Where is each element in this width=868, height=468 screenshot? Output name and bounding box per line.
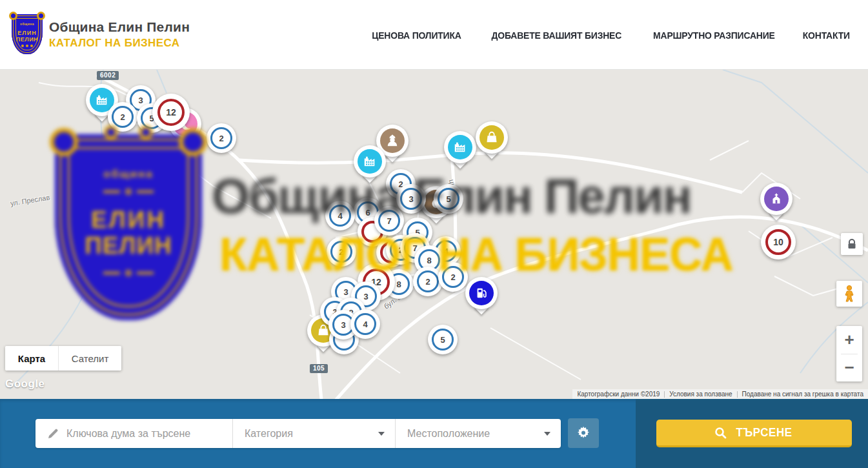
cluster-count: 3: [341, 320, 345, 330]
attribution-terms-link[interactable]: Условия за ползване: [665, 391, 736, 398]
logo-curl-icon: [9, 12, 17, 20]
cluster-count: 4: [338, 211, 342, 221]
cluster-count: 3: [343, 287, 348, 297]
search-field-group: Категория Местоположение: [35, 419, 561, 448]
chevron-down-icon: [378, 432, 385, 436]
cluster-ring: 12: [157, 99, 185, 127]
map-cluster-marker[interactable]: 12: [152, 94, 190, 131]
keyword-field[interactable]: [35, 419, 232, 448]
magnifier-icon: [714, 427, 727, 439]
cluster-count: 3: [138, 96, 143, 105]
lock-button[interactable]: [841, 233, 863, 255]
cluster-ring: 7: [378, 210, 400, 232]
map-cluster-marker[interactable]: 5: [434, 184, 463, 214]
bag-icon: [479, 125, 504, 150]
pencil-icon: [47, 428, 59, 440]
search-button-label: ТЪРСЕНЕ: [736, 426, 792, 440]
map-cluster-marker[interactable]: 5: [428, 325, 458, 354]
cluster-count: 6: [365, 208, 370, 218]
map-cluster-marker[interactable]: 4: [350, 309, 380, 339]
map-pin-marker-factory[interactable]: [444, 131, 476, 163]
brand[interactable]: община ЕЛИН ПЕЛИН Община Елин Пелин КАТА…: [12, 14, 190, 54]
map-pin-marker-fuel[interactable]: [465, 277, 498, 309]
nav-item-bus-schedule[interactable]: МАРШРУТНО РАЗПИСАНИЕ: [653, 30, 775, 41]
nav-item-pricing[interactable]: ЦЕНОВА ПОЛИТИКА: [372, 30, 461, 41]
zoom-out-button[interactable]: −: [836, 354, 862, 382]
cluster-count: 2: [339, 247, 343, 257]
map-type-map-button[interactable]: Карта: [5, 346, 58, 371]
map-cluster-marker[interactable]: 3: [396, 184, 426, 214]
map-cluster-marker[interactable]: 7: [374, 206, 404, 236]
category-select-label: Категория: [245, 428, 293, 440]
map-cluster-marker[interactable]: 10: [761, 225, 796, 259]
cluster-count: 5: [446, 194, 450, 204]
cluster-count: 12: [166, 107, 176, 117]
page: община ЕЛИН ПЕЛИН Община Елин Пелин КАТА…: [0, 0, 868, 468]
cluster-count: 2: [219, 134, 223, 143]
cluster-ring: 2: [442, 266, 464, 288]
map-cluster-marker[interactable]: 2: [438, 262, 468, 292]
zoom-in-button[interactable]: +: [836, 326, 862, 354]
gear-icon: [576, 425, 591, 441]
pegman-icon: [844, 285, 854, 302]
google-logo[interactable]: Google: [5, 378, 45, 391]
cluster-count: 8: [427, 256, 431, 265]
cluster-ring: 4: [329, 205, 351, 227]
logo-text-pelin: ПЕЛИН: [12, 36, 43, 43]
map-type-satellite-button[interactable]: Сателит: [58, 346, 121, 371]
site-subtitle: КАТАЛОГ НА БИЗНЕСА: [49, 37, 190, 50]
municipality-coat-of-arms-logo: община ЕЛИН ПЕЛИН: [12, 14, 43, 54]
cluster-count: 8: [396, 280, 401, 289]
search-input[interactable]: [66, 428, 232, 440]
map-pin-marker-factory[interactable]: [354, 145, 386, 178]
cluster-ring: 5: [432, 329, 454, 351]
main-nav: ЦЕНОВА ПОЛИТИКА ДОБАВЕТЕ ВАШИЯТ БИЗНЕС М…: [368, 0, 852, 70]
cluster-ring: 10: [765, 229, 791, 255]
street-view-pegman-button[interactable]: [836, 281, 862, 307]
map-type-control: Карта Сателит: [5, 346, 121, 371]
cluster-ring: 2: [210, 127, 232, 149]
map-cluster-marker[interactable]: 2: [327, 237, 356, 267]
category-select[interactable]: Категория: [232, 419, 395, 448]
markers-layer: 32512225364752274881222333834510: [0, 70, 868, 399]
location-select-label: Местоположение: [407, 428, 490, 440]
nav-item-contacts[interactable]: КОНТАКТИ: [803, 30, 850, 41]
cluster-ring: 5: [438, 188, 459, 210]
cluster-count: 5: [440, 335, 445, 345]
attribution-copyright: Картографски данни ©2019: [572, 391, 664, 398]
site-title: Община Елин Пелин: [49, 19, 190, 35]
nav-item-add-business[interactable]: ДОБАВЕТЕ ВАШИЯТ БИЗНЕС: [492, 30, 622, 41]
search-submit-button[interactable]: ТЪРСЕНЕ: [656, 420, 852, 447]
cluster-count: 4: [363, 320, 367, 329]
cluster-count: 3: [409, 194, 413, 204]
map-pin-marker-bag[interactable]: [476, 121, 508, 154]
map-cluster-marker[interactable]: 2: [207, 123, 236, 153]
padlock-icon: [847, 239, 856, 249]
cluster-count: 2: [120, 112, 125, 122]
zoom-control: + −: [836, 326, 862, 382]
map-cluster-marker[interactable]: 2: [108, 102, 137, 132]
factory-icon: [448, 135, 472, 159]
cluster-count: 7: [387, 216, 391, 226]
cluster-ring: 3: [400, 188, 422, 210]
cluster-count: 2: [450, 272, 455, 282]
cluster-ring: 4: [354, 313, 376, 335]
logo-text-obshtina: община: [12, 22, 43, 26]
map-cluster-marker[interactable]: 4: [325, 201, 355, 230]
map-pin-marker-church[interactable]: [760, 183, 792, 215]
logo-curl-icon: [37, 12, 45, 20]
cluster-ring: 2: [417, 270, 439, 292]
cluster-count: 4: [443, 247, 448, 256]
attribution-report-error-link[interactable]: Подаване на сигнал за грешка в картата: [738, 391, 868, 398]
church-icon: [764, 187, 789, 211]
fuel-icon: [469, 281, 494, 305]
map-canvas[interactable]: ул. Преславбул. „Новоселции"6002105 3251…: [0, 70, 868, 399]
advanced-search-button[interactable]: [568, 418, 599, 448]
map-attribution: Картографски данни ©2019 Условия за полз…: [572, 389, 868, 399]
location-select[interactable]: Местоположение: [395, 419, 561, 448]
logo-ornament: [12, 45, 43, 47]
factory-icon: [358, 149, 382, 174]
logo-text-elin: ЕЛИН: [12, 30, 43, 36]
chevron-down-icon: [544, 432, 550, 436]
brand-text: Община Елин Пелин КАТАЛОГ НА БИЗНЕСА: [49, 19, 190, 50]
